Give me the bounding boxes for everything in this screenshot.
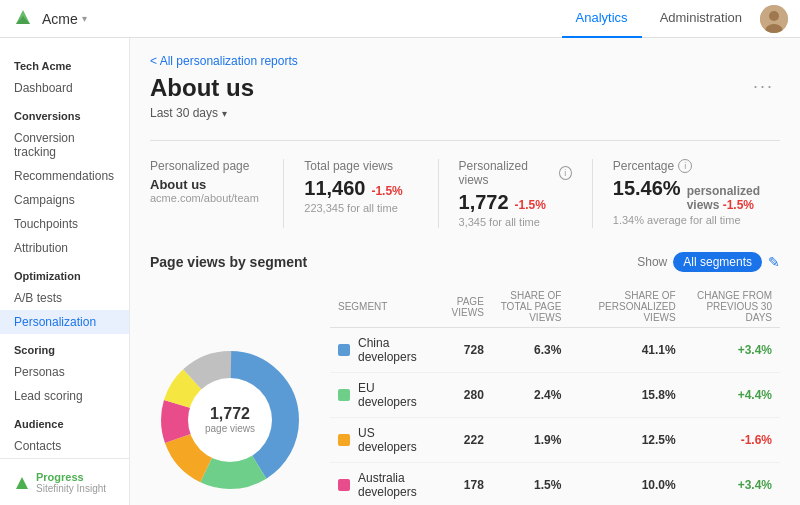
segment-title: Page views by segment	[150, 254, 307, 270]
segment-content: 1,772 page views SEGMENT PAGE VIEWS SHAR…	[150, 286, 780, 505]
stat-page-name: About us	[150, 177, 263, 192]
sidebar-section-conversions: Conversions	[0, 100, 129, 126]
seg-name-cell: China developers	[338, 336, 429, 364]
info-icon-2: i	[559, 166, 572, 180]
stat-personalized-views: Personalized views i 1,772 -1.5% 3,345 f…	[438, 159, 592, 228]
stat-total-views: Total page views 11,460 -1.5% 223,345 fo…	[283, 159, 437, 228]
stat-value-3: 15.46% personalized views -1.5%	[613, 177, 760, 212]
sidebar-item-conversion-tracking[interactable]: Conversion tracking	[0, 126, 129, 164]
avatar[interactable]	[760, 5, 788, 33]
seg-change: +3.4%	[684, 328, 780, 373]
table-row: EU developers 280 2.4% 15.8% +4.4%	[330, 373, 780, 418]
footer-brand: Progress	[36, 471, 106, 483]
seg-share-personalized: 15.8%	[569, 373, 683, 418]
sidebar-item-touchpoints[interactable]: Touchpoints	[0, 212, 129, 236]
seg-name-cell: Australia developers	[338, 471, 429, 499]
stat-change-1: -1.5%	[371, 184, 402, 198]
stat-value-2: 1,772 -1.5%	[459, 191, 572, 214]
sidebar-item-contacts[interactable]: Contacts	[0, 434, 129, 458]
stat-sub-3: 1.34% average for all time	[613, 214, 760, 226]
stat-label-3: Percentage i	[613, 159, 760, 173]
stat-label-1: Total page views	[304, 159, 417, 173]
seg-name-cell: EU developers	[338, 381, 429, 409]
seg-change: +3.4%	[684, 463, 780, 506]
col-change: CHANGE FROM PREVIOUS 30 DAYS	[684, 286, 780, 328]
col-share-personalized: SHARE OF PERSONALIZED VIEWS	[569, 286, 683, 328]
seg-pageviews: 280	[437, 373, 492, 418]
sidebar-item-campaigns[interactable]: Campaigns	[0, 188, 129, 212]
stat-value-1: 11,460 -1.5%	[304, 177, 417, 200]
seg-share-personalized: 10.0%	[569, 463, 683, 506]
sidebar-item-attribution[interactable]: Attribution	[0, 236, 129, 260]
seg-dot	[338, 479, 350, 491]
donut-value: 1,772	[205, 405, 255, 423]
seg-share-total: 1.5%	[492, 463, 570, 506]
seg-dot	[338, 344, 350, 356]
segment-header: Page views by segment Show All segments …	[150, 252, 780, 272]
segment-badge[interactable]: All segments	[673, 252, 762, 272]
stat-personalized-page: Personalized page About us acme.com/abou…	[150, 159, 283, 228]
seg-pageviews: 178	[437, 463, 492, 506]
more-button[interactable]: ···	[747, 74, 780, 99]
sidebar-item-abtests[interactable]: A/B tests	[0, 286, 129, 310]
stat-change-3: -1.5%	[723, 198, 754, 212]
sidebar-section-scoring: Scoring	[0, 334, 129, 360]
tab-analytics[interactable]: Analytics	[562, 0, 642, 38]
sidebar-title: Tech Acme	[0, 50, 129, 76]
stat-change-2: -1.5%	[515, 198, 546, 212]
col-segment: SEGMENT	[330, 286, 437, 328]
edit-icon[interactable]: ✎	[768, 254, 780, 270]
seg-change: -1.6%	[684, 418, 780, 463]
seg-change: +4.4%	[684, 373, 780, 418]
seg-dot	[338, 389, 350, 401]
main-content: All personalization reports About us ···…	[130, 38, 800, 505]
sidebar-item-lead-scoring[interactable]: Lead scoring	[0, 384, 129, 408]
stat-label-2: Personalized views i	[459, 159, 572, 187]
sidebar-footer: Progress Sitefinity Insight	[0, 458, 129, 505]
top-nav-right: Analytics Administration	[562, 0, 788, 38]
sidebar-item-personalization[interactable]: Personalization	[0, 310, 129, 334]
brand-name[interactable]: Acme ▾	[42, 11, 87, 27]
stats-row: Personalized page About us acme.com/abou…	[150, 140, 780, 228]
stat-label-0: Personalized page	[150, 159, 263, 173]
stat-page-url: acme.com/about/team	[150, 192, 263, 204]
segment-table: SEGMENT PAGE VIEWS SHARE OF TOTAL PAGE V…	[330, 286, 780, 505]
sidebar-section-optimization: Optimization	[0, 260, 129, 286]
donut-label: page views	[205, 423, 255, 434]
svg-point-3	[769, 11, 779, 21]
sidebar-item-personas[interactable]: Personas	[0, 360, 129, 384]
sidebar-item-dashboard[interactable]: Dashboard	[0, 76, 129, 100]
sidebar-item-recommendations[interactable]: Recommendations	[0, 164, 129, 188]
seg-share-personalized: 12.5%	[569, 418, 683, 463]
date-filter[interactable]: Last 30 days ▾	[150, 106, 780, 120]
seg-pageviews: 222	[437, 418, 492, 463]
date-chevron: ▾	[222, 108, 227, 119]
seg-share-total: 6.3%	[492, 328, 570, 373]
col-pageviews: PAGE VIEWS	[437, 286, 492, 328]
table-row: Australia developers 178 1.5% 10.0% +3.4…	[330, 463, 780, 506]
seg-pageviews: 728	[437, 328, 492, 373]
tab-administration[interactable]: Administration	[646, 0, 756, 38]
footer-sub: Sitefinity Insight	[36, 483, 106, 494]
donut-chart: 1,772 page views	[150, 286, 310, 505]
donut-center: 1,772 page views	[205, 405, 255, 434]
seg-share-personalized: 41.1%	[569, 328, 683, 373]
page-title: About us	[150, 74, 254, 102]
show-label: Show	[637, 255, 667, 269]
segment-section: Page views by segment Show All segments …	[150, 252, 780, 505]
stat-sub-2: 3,345 for all time	[459, 216, 572, 228]
brand-chevron: ▾	[82, 13, 87, 24]
sidebar: Tech Acme Dashboard Conversions Conversi…	[0, 38, 130, 505]
stat-percentage: Percentage i 15.46% personalized views -…	[592, 159, 780, 228]
segment-controls: Show All segments ✎	[637, 252, 780, 272]
info-icon-3: i	[678, 159, 692, 173]
seg-share-total: 1.9%	[492, 418, 570, 463]
table-row: China developers 728 6.3% 41.1% +3.4%	[330, 328, 780, 373]
segment-data-table: SEGMENT PAGE VIEWS SHARE OF TOTAL PAGE V…	[330, 286, 780, 505]
breadcrumb[interactable]: All personalization reports	[150, 54, 780, 68]
top-nav: Acme ▾ Analytics Administration	[0, 0, 800, 38]
sidebar-section-audience: Audience	[0, 408, 129, 434]
seg-dot	[338, 434, 350, 446]
seg-share-total: 2.4%	[492, 373, 570, 418]
seg-name-cell: US developers	[338, 426, 429, 454]
